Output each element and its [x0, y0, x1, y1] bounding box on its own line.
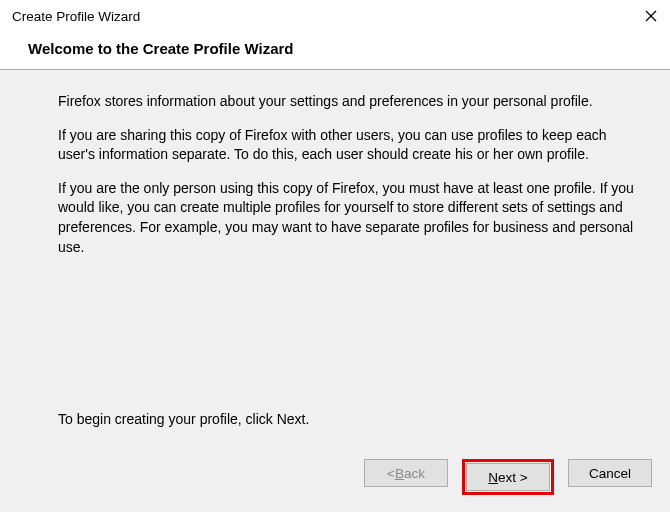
body-text: Firefox stores information about your se… — [0, 70, 670, 271]
intro-paragraph-3: If you are the only person using this co… — [58, 179, 640, 257]
begin-instruction: To begin creating your profile, click Ne… — [0, 411, 670, 445]
intro-paragraph-2: If you are sharing this copy of Firefox … — [58, 126, 640, 165]
spacer — [0, 271, 670, 411]
intro-paragraph-1: Firefox stores information about your se… — [58, 92, 640, 112]
back-button: < Back — [364, 459, 448, 487]
next-button-highlight: Next > — [462, 459, 554, 495]
content-area: Firefox stores information about your se… — [0, 70, 670, 512]
wizard-heading: Welcome to the Create Profile Wizard — [0, 32, 670, 69]
close-icon — [645, 10, 657, 22]
next-button[interactable]: Next > — [466, 463, 550, 491]
button-row: < Back Next > Cancel — [0, 445, 670, 512]
window-title: Create Profile Wizard — [12, 9, 140, 24]
close-button[interactable] — [642, 7, 660, 25]
cancel-button[interactable]: Cancel — [568, 459, 652, 487]
titlebar: Create Profile Wizard — [0, 0, 670, 32]
